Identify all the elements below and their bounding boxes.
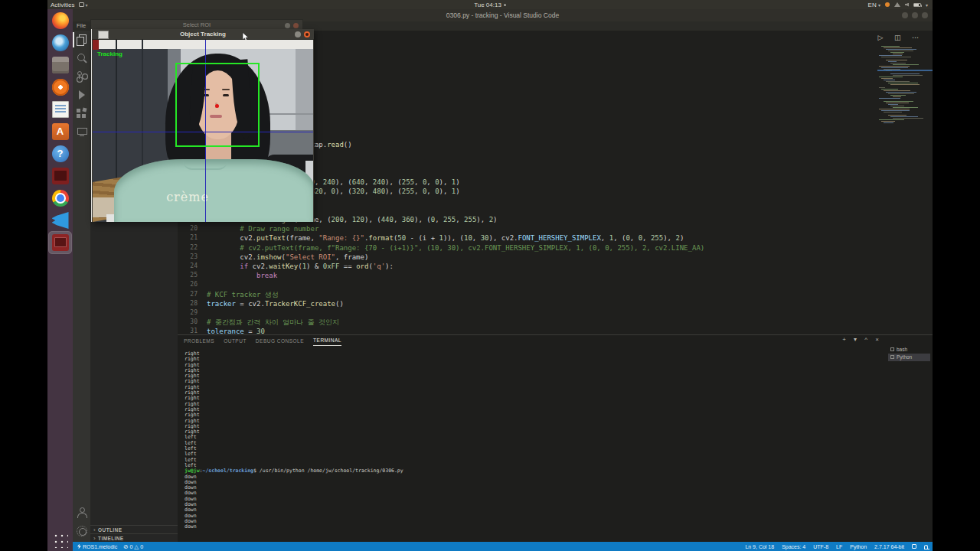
dock-item-chrome[interactable] [49, 187, 71, 209]
code-line: 29 [178, 308, 879, 318]
line-number: 20 [178, 224, 198, 233]
terminal-line: down [185, 480, 887, 485]
status-item-python[interactable]: Python [850, 544, 867, 549]
dock-item-thunderbird[interactable] [49, 32, 71, 54]
terminal-line: right [185, 357, 887, 362]
activity-bar-search[interactable] [73, 49, 90, 67]
ubuntu-software-icon [52, 123, 69, 140]
object-tracking-window[interactable]: Object Tracking [91, 29, 314, 222]
terminal-label: Python [897, 354, 912, 360]
window-minimize-button[interactable] [902, 12, 908, 18]
terminal-line: down [185, 514, 887, 519]
panel-tab-problems[interactable]: PROBLEMS [184, 336, 214, 346]
menu-file[interactable]: File [77, 22, 86, 29]
clock[interactable]: Tue 04:13 [47, 2, 933, 8]
video-red-object [93, 40, 99, 50]
terminal-line: left [185, 452, 887, 457]
panel-tab-terminal[interactable]: TERMINAL [313, 335, 341, 346]
terminal-icon [890, 347, 894, 351]
desktop: Activities ▾ Tue 04:13 EN ▾ ▾ [47, 0, 933, 551]
show-applications-icon[interactable] [51, 531, 68, 548]
code-line: 26 [178, 280, 879, 289]
panel-tab-debug-console[interactable]: DEBUG CONSOLE [256, 336, 304, 346]
terminal-icon [890, 355, 894, 359]
minimap[interactable] [879, 44, 926, 124]
gnome-top-bar: Activities ▾ Tue 04:13 EN ▾ ▾ [47, 0, 933, 9]
window-maximize-button[interactable] [912, 12, 918, 18]
code-line: 25 break [178, 271, 879, 280]
terminal-output[interactable]: rightrightrightrightrightrightrightright… [185, 351, 887, 530]
account-button[interactable] [73, 504, 90, 522]
code-line: 28tracker = cv2.TrackerKCF_create() [178, 299, 879, 308]
status-item-lf[interactable]: LF [836, 544, 842, 549]
terminal-line: right [185, 429, 887, 435]
object-tracking-title-bar[interactable]: Object Tracking [92, 29, 314, 40]
code-line: 31tolerance = 30 [178, 327, 879, 334]
remote-icon [77, 126, 87, 137]
remote-icon [77, 544, 81, 549]
code-line: 24 if cv2.waitKey(1) & 0xFF == ord('q'): [178, 262, 879, 271]
activity-bar-source-control[interactable] [73, 67, 90, 86]
activity-bar-explorer[interactable] [73, 31, 90, 49]
code-line: 30# 중간점과 간격 차이 얼마나 줄 것인지 [178, 318, 879, 327]
activity-bar-extensions[interactable] [73, 104, 90, 122]
terminal-line: left [185, 458, 887, 463]
status-item-spaces-4[interactable]: Spaces: 4 [782, 544, 805, 549]
terminal-line: right [185, 407, 887, 412]
window-minimize-button[interactable] [285, 23, 290, 28]
window-close-button[interactable] [922, 12, 928, 18]
dock-item-firefox[interactable] [49, 10, 71, 31]
terminal-line: right [185, 402, 887, 407]
status-item-ln-9-col-18[interactable]: Ln 9, Col 18 [745, 544, 774, 549]
activity-bar-run-debug[interactable] [73, 86, 90, 104]
notifications-bell-icon[interactable] [924, 545, 928, 549]
dock-item-ubuntu-software[interactable] [49, 121, 71, 142]
dock-item-libreoffice-writer[interactable] [49, 99, 71, 120]
activity-bar [73, 31, 90, 542]
code-line: 27# KCF tracker 생성 [178, 290, 879, 299]
account-icon [77, 507, 87, 518]
remote-status-item[interactable]: ROS1.melodic [77, 544, 117, 549]
help-icon [52, 145, 69, 162]
window-close-button[interactable] [293, 23, 299, 28]
terminal-line: right [185, 351, 887, 357]
dock-item-screenshot-tool[interactable] [49, 165, 71, 187]
select-roi-window[interactable]: Select ROI [90, 19, 303, 30]
terminal-line: right [185, 390, 887, 396]
chevron-right-icon: › [93, 535, 96, 542]
screenshot-tool-icon [52, 168, 69, 184]
dock-item-rhythmbox[interactable] [49, 77, 71, 98]
terminal-prompt-line: jw@jw:~/school/tracking$ /usr/bin/python… [185, 468, 887, 474]
minimap-slider[interactable] [877, 70, 933, 71]
terminal-line: right [185, 368, 887, 373]
status-item-2-7-17-64-bit[interactable]: 2.7.17 64-bit [874, 544, 904, 549]
terminal-list-item-python[interactable]: Python [888, 354, 930, 362]
line-number: 28 [178, 299, 198, 308]
problems-status-item[interactable]: ⊘ 0 △ 0 [123, 543, 143, 550]
dock-item-help[interactable] [49, 143, 71, 165]
status-item-utf-8[interactable]: UTF-8 [813, 544, 828, 549]
window-minimize-button[interactable] [295, 31, 301, 37]
battery-icon[interactable] [913, 3, 921, 7]
panel-tab-output[interactable]: OUTPUT [224, 336, 247, 346]
terminal-list-item-bash[interactable]: bash [888, 345, 930, 354]
editor-action-icons[interactable]: ▷ ◫ ⋯ [878, 34, 923, 41]
sidebar-section-outline[interactable]: › OUTLINE [90, 525, 178, 533]
dock-item-files[interactable] [49, 54, 71, 76]
panel-action-icons[interactable]: + ▾ ^ × [842, 336, 882, 343]
activity-bar-remote[interactable] [73, 122, 90, 141]
webcam-video-frame: crème Tracking [93, 40, 313, 222]
screen: Activities ▾ Tue 04:13 EN ▾ ▾ [0, 0, 980, 551]
dock-item-screen-recorder[interactable] [49, 232, 71, 253]
notification-dot-icon [504, 4, 506, 6]
line-number: 26 [178, 280, 198, 289]
firefox-icon [52, 12, 69, 29]
terminal-line: right [185, 385, 887, 390]
dock-item-vscode[interactable] [49, 210, 71, 231]
sidebar-section-timeline[interactable]: › TIMELINE [90, 533, 178, 542]
code-line: 23 cv2.imshow("Select ROI", frame) [178, 253, 879, 262]
line-number: 30 [178, 318, 198, 327]
window-close-button[interactable] [304, 31, 310, 37]
feedback-icon[interactable] [912, 544, 916, 549]
settings-button[interactable] [73, 522, 90, 540]
